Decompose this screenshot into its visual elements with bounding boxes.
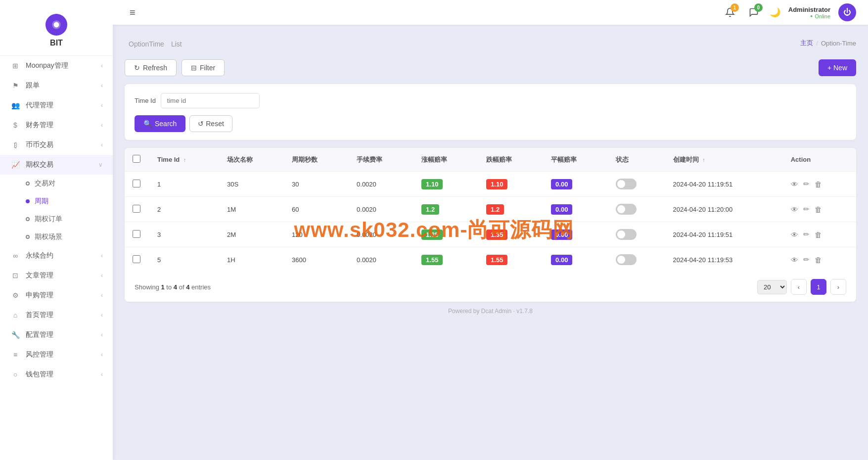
th-action: Action: [783, 148, 856, 172]
status-toggle[interactable]: [616, 204, 637, 215]
sidebar: BIT ⊞ Moonpay管理 ‹ ⚑ 跟单 ‹ 👥 代理管理 ‹ $ 财务管理…: [0, 0, 113, 460]
power-button[interactable]: ⏻: [838, 3, 856, 21]
breadcrumb-home[interactable]: 主页: [800, 39, 813, 47]
sidebar-sub-trading-pair[interactable]: 交易对: [0, 175, 113, 192]
toolbar: ↻ Refresh ⊟ Filter + New: [125, 59, 856, 76]
edit-icon[interactable]: ✏: [803, 180, 810, 188]
filter-button[interactable]: ⊟ Filter: [182, 59, 225, 76]
sidebar-item-home[interactable]: ⌂ 首页管理 ‹: [0, 305, 113, 325]
row-status[interactable]: [608, 172, 665, 197]
sidebar-item-subscription[interactable]: ⚙ 申购管理 ‹: [0, 285, 113, 305]
chevron-icon: ‹: [101, 122, 103, 129]
refresh-button[interactable]: ↻ Refresh: [125, 59, 177, 76]
flag-icon: ⚑: [10, 82, 21, 90]
status-toggle[interactable]: [616, 254, 637, 265]
sidebar-item-articles[interactable]: ⊡ 文章管理 ‹: [0, 266, 113, 285]
row-checkbox[interactable]: [133, 205, 140, 213]
row-actions: 👁 ✏ 🗑: [783, 247, 856, 273]
row-checkbox-cell[interactable]: [125, 222, 149, 247]
sidebar-item-agent[interactable]: 👥 代理管理 ‹: [0, 95, 113, 115]
search-actions: 🔍 Search ↺ Reset: [135, 115, 846, 132]
chevron-icon: ‹: [101, 331, 103, 338]
sidebar-item-label: 期权交易: [26, 160, 98, 169]
page-1-button[interactable]: 1: [811, 279, 826, 295]
row-status[interactable]: [608, 197, 665, 222]
table-panel: Time Id ↑ 场次名称 周期秒数 手续费率 涨幅赔率 跌幅赔率 平幅赔率 …: [125, 148, 856, 302]
th-time-id[interactable]: Time Id ↑: [149, 148, 219, 172]
row-checkbox-cell[interactable]: [125, 172, 149, 197]
edit-icon[interactable]: ✏: [803, 230, 810, 239]
message-button[interactable]: 0: [746, 4, 762, 20]
row-checkbox[interactable]: [133, 230, 140, 238]
hamburger-button[interactable]: ≡: [130, 7, 136, 18]
view-icon[interactable]: 👁: [791, 256, 798, 264]
delete-icon[interactable]: 🗑: [815, 205, 822, 214]
bitcoin-icon: ₿: [10, 141, 21, 149]
status-toggle[interactable]: [616, 179, 637, 189]
sidebar-item-perpetual[interactable]: ∞ 永续合约 ‹: [0, 246, 113, 266]
page-title-area: OptionTime List: [125, 37, 182, 49]
reset-button[interactable]: ↺ Reset: [189, 115, 232, 132]
delete-icon[interactable]: 🗑: [815, 256, 822, 264]
sidebar-sub-period[interactable]: 周期: [0, 192, 113, 210]
status-toggle[interactable]: [616, 229, 637, 240]
sidebar-sub-label: 周期: [35, 197, 48, 206]
row-checkbox-cell[interactable]: [125, 247, 149, 273]
th-created-at[interactable]: 创建时间 ↑: [665, 148, 783, 172]
sidebar-sub-options-scene[interactable]: 期权场景: [0, 228, 113, 246]
dark-mode-button[interactable]: 🌙: [770, 7, 780, 18]
row-created-at: 2024-04-20 11:19:51: [665, 172, 783, 197]
search-icon: 🔍: [143, 120, 152, 128]
page-size-select[interactable]: 102050100: [757, 280, 787, 294]
showing-to: 4: [174, 283, 177, 291]
row-checkbox[interactable]: [133, 255, 140, 263]
chevron-icon: ‹: [101, 82, 103, 89]
row-status[interactable]: [608, 247, 665, 273]
view-icon[interactable]: 👁: [791, 180, 798, 188]
select-all-checkbox[interactable]: [133, 155, 140, 163]
view-icon[interactable]: 👁: [791, 230, 798, 239]
document-icon: ⊡: [10, 272, 21, 279]
prev-page-button[interactable]: ‹: [791, 279, 807, 295]
sidebar-item-orders[interactable]: ⚑ 跟单 ‹: [0, 76, 113, 95]
row-status[interactable]: [608, 222, 665, 247]
showing-suffix: entries: [191, 283, 211, 291]
sidebar-item-risk[interactable]: ≡ 风控管理 ‹: [0, 345, 113, 365]
row-time-id: 2: [149, 197, 219, 222]
delete-icon[interactable]: 🗑: [815, 230, 822, 239]
user-info: Administrator Online: [788, 6, 830, 19]
row-checkbox[interactable]: [133, 180, 140, 187]
grid-icon: ⊞: [10, 62, 21, 70]
row-created-at: 2024-04-20 11:19:53: [665, 247, 783, 273]
sidebar-item-options[interactable]: 📈 期权交易 ∨: [0, 155, 113, 175]
sidebar-item-label: 财务管理: [26, 121, 101, 130]
th-period: 周期秒数: [284, 148, 349, 172]
row-rise-rate: 1.55: [413, 247, 478, 273]
sidebar-item-wallet[interactable]: ○ 钱包管理 ‹: [0, 365, 113, 384]
sidebar-item-moonpay[interactable]: ⊞ Moonpay管理 ‹: [0, 56, 113, 76]
table-body: 1 30S 30 0.0020 1.10 1.10 0.00 2024-04-2…: [125, 172, 856, 273]
action-icons: 👁 ✏ 🗑: [791, 180, 848, 188]
row-rise-rate: 1.10: [413, 172, 478, 197]
view-icon[interactable]: 👁: [791, 205, 798, 214]
sidebar-item-crypto[interactable]: ₿ 币币交易 ‹: [0, 135, 113, 155]
edit-icon[interactable]: ✏: [803, 205, 810, 214]
search-button[interactable]: 🔍 Search: [135, 115, 185, 132]
sidebar-item-config[interactable]: 🔧 配置管理 ‹: [0, 325, 113, 345]
row-fee-rate: 0.0020: [349, 197, 413, 222]
sidebar-item-finance[interactable]: $ 财务管理 ‹: [0, 115, 113, 135]
table-row: 5 1H 3600 0.0020 1.55 1.55 0.00 2024-04-…: [125, 247, 856, 273]
next-page-button[interactable]: ›: [830, 279, 846, 295]
sidebar-item-label: 申购管理: [26, 291, 101, 300]
row-name: 30S: [219, 172, 284, 197]
row-checkbox-cell[interactable]: [125, 197, 149, 222]
edit-icon[interactable]: ✏: [803, 255, 810, 264]
new-button[interactable]: + New: [819, 59, 856, 76]
row-fall-rate: 1.10: [478, 172, 543, 197]
sidebar-sub-label: 交易对: [35, 179, 55, 188]
time-id-input[interactable]: [161, 93, 260, 108]
notification-button[interactable]: 1: [722, 4, 738, 20]
delete-icon[interactable]: 🗑: [815, 180, 822, 188]
sidebar-sub-options-order[interactable]: 期权订单: [0, 210, 113, 228]
user-name: Administrator: [788, 6, 830, 13]
